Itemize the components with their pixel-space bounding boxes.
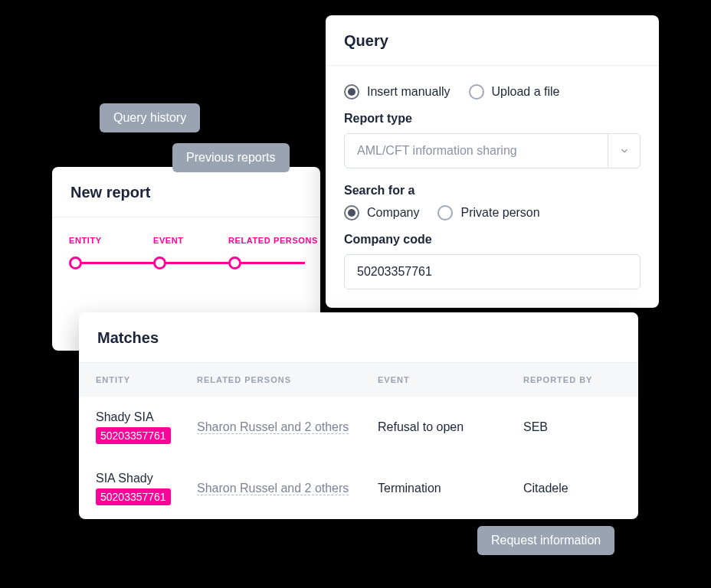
radio-company-label: Company bbox=[367, 206, 419, 220]
input-mode-group: Insert manually Upload a file bbox=[344, 84, 641, 100]
radio-icon bbox=[437, 205, 453, 220]
stepper-line bbox=[75, 262, 305, 264]
entity-cell: SIA Shady 50203357761 bbox=[96, 472, 197, 505]
step-event-label: EVENT bbox=[153, 236, 184, 245]
report-type-label: Report type bbox=[344, 112, 641, 126]
entity-name: Shady SIA bbox=[96, 410, 197, 424]
radio-icon bbox=[344, 205, 359, 220]
company-code-label: Company code bbox=[344, 233, 641, 247]
previous-reports-chip[interactable]: Previous reports bbox=[172, 143, 290, 172]
search-for-group: Company Private person bbox=[344, 205, 641, 220]
query-card: Query Insert manually Upload a file Repo… bbox=[326, 15, 659, 308]
matches-card: Matches ENTITY RELATED PERSONS EVENT REP… bbox=[79, 312, 638, 519]
company-code-input[interactable] bbox=[344, 254, 641, 289]
radio-private-person[interactable]: Private person bbox=[437, 205, 539, 220]
event-cell: Termination bbox=[378, 482, 523, 495]
report-type-select[interactable]: AML/CFT information sharing bbox=[344, 133, 641, 168]
radio-icon bbox=[344, 84, 359, 100]
reported-by-cell: SEB bbox=[523, 420, 621, 434]
chevron-down-icon bbox=[608, 134, 640, 168]
request-information-chip[interactable]: Request information bbox=[477, 526, 614, 555]
related-persons-cell: Sharon Russel and 2 others bbox=[197, 482, 378, 495]
radio-insert-manually[interactable]: Insert manually bbox=[344, 84, 451, 100]
col-entity: ENTITY bbox=[96, 375, 197, 384]
radio-insert-manually-label: Insert manually bbox=[367, 85, 451, 99]
radio-company[interactable]: Company bbox=[344, 205, 419, 220]
report-type-value: AML/CFT information sharing bbox=[345, 144, 529, 158]
step-entity-dot[interactable] bbox=[69, 256, 82, 270]
matches-table-head: ENTITY RELATED PERSONS EVENT REPORTED BY bbox=[79, 363, 638, 397]
step-related-persons-dot[interactable] bbox=[228, 256, 241, 270]
table-row: Shady SIA 50203357761 Sharon Russel and … bbox=[79, 397, 638, 458]
step-related-persons-label: RELATED PERSONS bbox=[228, 236, 318, 245]
col-event: EVENT bbox=[378, 375, 523, 384]
query-body: Insert manually Upload a file Report typ… bbox=[326, 66, 659, 308]
entity-code-badge: 50203357761 bbox=[96, 427, 171, 444]
col-reported-by: REPORTED BY bbox=[523, 375, 621, 384]
radio-icon bbox=[469, 84, 484, 100]
reported-by-cell: Citadele bbox=[523, 482, 621, 495]
col-related-persons: RELATED PERSONS bbox=[197, 375, 378, 384]
matches-title: Matches bbox=[79, 312, 638, 363]
event-cell: Refusal to open bbox=[378, 420, 523, 434]
query-title: Query bbox=[326, 15, 659, 66]
entity-name: SIA Shady bbox=[96, 472, 197, 485]
query-history-chip[interactable]: Query history bbox=[100, 103, 200, 132]
radio-upload-file[interactable]: Upload a file bbox=[469, 84, 560, 100]
search-for-label: Search for a bbox=[344, 184, 641, 198]
related-persons-link[interactable]: Sharon Russel and 2 others bbox=[197, 420, 349, 434]
related-persons-cell: Sharon Russel and 2 others bbox=[197, 420, 378, 434]
radio-upload-file-label: Upload a file bbox=[492, 85, 560, 99]
table-row: SIA Shady 50203357761 Sharon Russel and … bbox=[79, 458, 638, 519]
entity-code-badge: 50203357761 bbox=[96, 488, 171, 505]
radio-private-person-label: Private person bbox=[460, 206, 539, 220]
step-entity-label: ENTITY bbox=[69, 236, 102, 245]
new-report-title: New report bbox=[52, 167, 320, 217]
related-persons-link[interactable]: Sharon Russel and 2 others bbox=[197, 482, 349, 495]
report-stepper: ENTITY EVENT RELATED PERSONS bbox=[52, 236, 320, 297]
entity-cell: Shady SIA 50203357761 bbox=[96, 410, 197, 444]
step-event-dot[interactable] bbox=[153, 256, 166, 270]
